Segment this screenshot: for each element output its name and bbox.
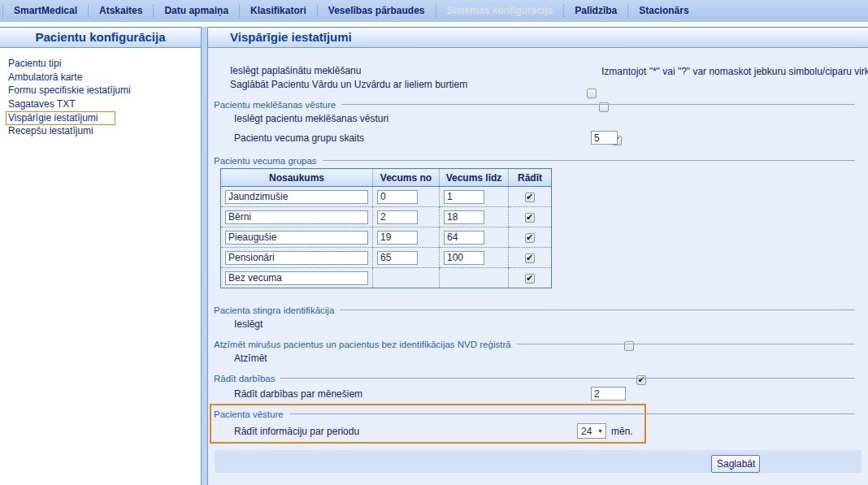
sidebar: Pacientu konfigurācija Pacientu tipi Amb… [0, 27, 201, 485]
table-row [221, 227, 552, 248]
sidebar-item-recepsu-iestatijumi[interactable]: Recepšu iestatījumi [0, 124, 201, 138]
age-group-name-input[interactable] [225, 190, 368, 204]
period-unit-label: mēn. [611, 426, 633, 437]
extended-search-note: Izmantojot "*" vai "?" var nomaskot jebk… [601, 66, 868, 77]
show-checkbox[interactable] [525, 213, 535, 223]
chevron-down-icon: ▼ [597, 428, 603, 434]
actions-months-input[interactable] [591, 387, 626, 401]
sidebar-item-sagataves-txt[interactable]: Sagataves TXT [0, 97, 201, 111]
section-search-history: Pacientu meklēšanas vēsture [214, 99, 855, 110]
section-divider-line [323, 160, 855, 161]
actions-months-label: Rādīt darbības par mēnešiem [234, 388, 362, 400]
section-strict-id: Pacienta stingra identifikācija [214, 305, 855, 315]
deceased-mark-label: Atzīmēt [234, 353, 267, 364]
extended-search-label: Ieslēgt paplašinātu meklēšanu [230, 65, 361, 76]
section-divider-line [289, 414, 855, 414]
age-from-input[interactable] [377, 190, 418, 204]
table-row [221, 248, 552, 268]
section-divider-line [517, 344, 855, 344]
section-divider-line [341, 104, 855, 105]
age-group-name-input[interactable] [225, 231, 368, 245]
age-groups-table: Nosaukums Vecums no Vecums līdz Rādīt [220, 168, 552, 288]
section-deceased: Atzīmēt mirušus pacientus un pacientus b… [214, 339, 855, 349]
menu-item-atskaites[interactable]: Atskaites [88, 5, 153, 17]
menu-item-datu-apmaina[interactable]: Datu apmaiņa [153, 5, 239, 17]
period-select-value: 24 [581, 426, 592, 437]
show-checkbox[interactable] [525, 274, 535, 284]
age-group-count-label: Pacientu vecuma grupu skaits [234, 132, 364, 144]
col-header-vecums-no: Vecums no [373, 169, 440, 187]
section-actions: Rādīt darbības [214, 373, 855, 383]
empty-cell [440, 268, 509, 288]
age-from-input[interactable] [377, 231, 418, 245]
selected-item-highlight: Vispārīgie iestatījumi [6, 111, 115, 125]
panel-splitter[interactable] [201, 27, 208, 485]
show-checkbox[interactable] [525, 193, 535, 202]
page-title: Vispārīgie iestatījumi [208, 27, 868, 48]
sidebar-items: Pacientu tipi Ambulatorā karte Formu spe… [0, 57, 201, 138]
age-group-name-input[interactable] [225, 271, 368, 285]
menu-item-sistemas-konfiguracija[interactable]: Sistēmas konfigurācija [436, 5, 564, 17]
menu-item-veselibas-parbaudes[interactable]: Veselības pārbaudes [317, 5, 436, 17]
menu-item-palidziba[interactable]: Palīdzība [563, 5, 627, 17]
section-age-groups-title: Pacientu vecuma grupas [214, 156, 317, 166]
section-deceased-title: Atzīmēt mirušus pacientus un pacientus b… [214, 340, 511, 349]
top-menubar: SmartMedical Atskaites Datu apmaiņa Klas… [0, 0, 868, 22]
table-row [221, 187, 552, 207]
menu-item-smartmedical[interactable]: SmartMedical [2, 5, 88, 17]
extended-search-checkbox[interactable] [587, 89, 597, 98]
age-group-count-input[interactable] [591, 131, 618, 145]
strict-id-enable-label: Ieslēgt [234, 318, 263, 330]
sidebar-item-pacientu-tipi[interactable]: Pacientu tipi [0, 57, 201, 71]
menu-item-klasifikatori[interactable]: Klasifikatori [239, 5, 317, 17]
section-patient-history-title: Pacienta vēsture [214, 409, 284, 419]
show-checkbox[interactable] [525, 253, 535, 263]
sidebar-title: Pacientu konfigurācija [0, 27, 201, 48]
sidebar-item-formu-specifiskie[interactable]: Formu specifiskie iestatījumi [0, 84, 201, 97]
sidebar-item-visparigie-iestatijumi[interactable]: Vispārīgie iestatījumi [0, 111, 201, 125]
table-row [221, 207, 552, 227]
table-row [221, 268, 552, 288]
history-period-label: Rādīt informāciju par periodu [234, 426, 359, 437]
col-header-vecums-lidz: Vecums līdz [440, 169, 509, 187]
section-divider-line [280, 378, 855, 379]
section-search-history-title: Pacientu meklēšanas vēsture [214, 100, 336, 110]
show-checkbox[interactable] [525, 233, 535, 243]
age-group-name-input[interactable] [225, 210, 368, 224]
period-select[interactable]: 24 ▼ [577, 423, 606, 439]
age-group-name-input[interactable] [225, 251, 368, 265]
age-from-input[interactable] [377, 251, 418, 265]
age-to-input[interactable] [444, 251, 484, 265]
age-to-input[interactable] [444, 231, 484, 245]
section-strict-id-title: Pacienta stingra identifikācija [214, 305, 334, 315]
col-header-nosaukums: Nosaukums [221, 169, 373, 187]
section-divider-line [340, 310, 855, 310]
uppercase-names-label: Saglābāt Pacientu Vārdu un Uzvārdu ar li… [230, 79, 467, 90]
section-actions-title: Rādīt darbības [214, 374, 275, 383]
age-to-input[interactable] [444, 210, 484, 224]
empty-cell [373, 268, 440, 288]
section-age-groups: Pacientu vecuma grupas [214, 155, 855, 166]
age-to-input[interactable] [444, 190, 484, 204]
section-patient-history: Pacienta vēsture [214, 409, 855, 419]
button-bar [215, 450, 861, 473]
table-header-row: Nosaukums Vecums no Vecums līdz Rādīt [221, 169, 552, 187]
enable-search-history-label: Ieslēgt pacientu meklēšanas vēsturi [234, 113, 388, 124]
menu-item-stacionars[interactable]: Stacionārs [627, 5, 699, 17]
col-header-radit: Rādīt [509, 169, 552, 187]
save-button[interactable]: Saglabāt [711, 455, 760, 473]
age-from-input[interactable] [377, 210, 418, 224]
main-panel: Vispārīgie iestatījumi Ieslēgt paplašinā… [208, 27, 868, 485]
sidebar-item-ambulatora-karte[interactable]: Ambulatorā karte [0, 71, 201, 84]
